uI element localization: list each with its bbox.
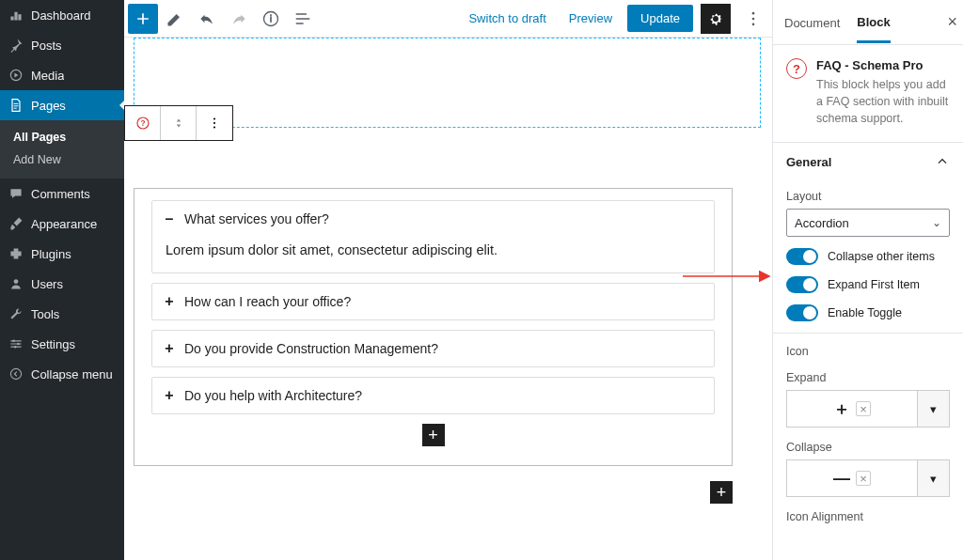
outline-button[interactable]	[288, 4, 318, 34]
block-move-buttons[interactable]	[161, 106, 197, 140]
minus-icon: —	[833, 469, 850, 489]
svg-text:?: ?	[140, 119, 145, 128]
add-faq-item-button[interactable]: +	[422, 424, 445, 446]
svg-point-2	[12, 340, 14, 342]
collapse-icon-label: Collapse	[786, 441, 950, 454]
sidebar-item-plugins[interactable]: Plugins	[0, 239, 124, 269]
sidebar-item-tools[interactable]: Tools	[0, 299, 124, 329]
sidebar-item-dashboard[interactable]: Dashboard	[0, 0, 124, 30]
media-icon	[8, 67, 24, 84]
sidebar-item-media[interactable]: Media	[0, 60, 124, 90]
pin-icon	[8, 37, 24, 54]
sidebar-subitem-add-new[interactable]: Add New	[0, 148, 124, 171]
sidebar-item-posts[interactable]: Posts	[0, 30, 124, 60]
faq-item[interactable]: + Do you help with Architecture?	[151, 377, 715, 414]
svg-point-7	[752, 11, 755, 14]
tab-document[interactable]: Document	[784, 3, 840, 41]
layout-select[interactable]: Accordion ⌄	[786, 209, 950, 237]
faq-question-row[interactable]: – What services you offer?	[152, 201, 714, 237]
sidebar-label: Appearance	[31, 217, 97, 231]
more-options-button[interactable]	[738, 4, 768, 34]
settings-tabs: Document Block ×	[773, 0, 963, 45]
sidebar-item-settings[interactable]: Settings	[0, 329, 124, 359]
editor-topbar: Switch to draft Preview Update	[124, 0, 772, 38]
redo-button[interactable]	[224, 4, 254, 34]
svg-point-14	[213, 126, 215, 128]
block-title: FAQ - Schema Pro	[816, 58, 950, 72]
minus-icon: –	[164, 210, 175, 227]
svg-point-3	[17, 343, 19, 345]
expand-icon-dropdown[interactable]: ▾	[918, 390, 950, 428]
sidebar-label: Posts	[31, 39, 62, 53]
sidebar-item-comments[interactable]: Comments	[0, 179, 124, 209]
sidebar-item-pages[interactable]: Pages	[0, 90, 124, 120]
faq-answer-text[interactable]: Lorem ipsum dolor sit amet, consectetur …	[152, 237, 714, 272]
tab-block[interactable]: Block	[857, 2, 890, 43]
plus-icon: +	[164, 293, 175, 310]
expand-icon-label: Expand	[786, 371, 950, 384]
add-block-below-button[interactable]: +	[710, 481, 733, 504]
sidebar-label: Media	[31, 69, 64, 83]
brush-icon	[8, 215, 24, 232]
icon-section-label: Icon	[786, 345, 950, 358]
faq-item[interactable]: – What services you offer? Lorem ipsum d…	[151, 200, 715, 273]
preview-button[interactable]: Preview	[561, 6, 620, 31]
toggle-enable-toggle[interactable]	[786, 304, 818, 321]
sidebar-item-collapse[interactable]: Collapse menu	[0, 359, 124, 389]
toggle-expand-first[interactable]	[786, 276, 818, 293]
sidebar-item-users[interactable]: Users	[0, 269, 124, 299]
plugin-icon	[8, 245, 24, 262]
block-toolbar: ?	[124, 105, 233, 141]
panel-section-general[interactable]: General	[773, 142, 963, 180]
settings-toggle-button[interactable]	[701, 4, 731, 34]
block-type-button[interactable]: ?	[125, 106, 161, 140]
block-help-text: This block helps you add a FAQ section w…	[816, 76, 950, 127]
toggle-collapse-other[interactable]	[786, 248, 818, 265]
svg-point-1	[14, 279, 19, 284]
settings-scroll[interactable]: ? FAQ - Schema Pro This block helps you …	[773, 45, 963, 560]
edit-mode-button[interactable]	[160, 4, 190, 34]
editor-column: Switch to draft Preview Update ? –	[124, 0, 773, 560]
expand-icon-picker[interactable]: ＋ ×	[786, 390, 918, 428]
block-more-button[interactable]	[197, 106, 232, 140]
switch-to-draft-button[interactable]: Switch to draft	[461, 6, 553, 31]
caret-down-icon: ▾	[930, 472, 937, 486]
undo-button[interactable]	[192, 4, 222, 34]
info-button[interactable]	[256, 4, 286, 34]
update-button[interactable]: Update	[627, 5, 693, 32]
sidebar-label: Settings	[31, 337, 75, 351]
faq-question-text: Do you provide Construction Management?	[184, 341, 438, 356]
icon-align-label: Icon Alignment	[786, 510, 950, 523]
sidebar-label: Comments	[31, 187, 90, 201]
faq-question-row[interactable]: + Do you provide Construction Management…	[152, 331, 714, 366]
close-settings-button[interactable]: ×	[947, 12, 957, 32]
plus-icon: +	[164, 387, 175, 404]
faq-item[interactable]: + Do you provide Construction Management…	[151, 330, 715, 367]
layout-select-value: Accordion	[795, 216, 849, 230]
remove-icon-button[interactable]: ×	[856, 471, 871, 486]
faq-question-text: What services you offer?	[184, 211, 329, 226]
chevron-up-icon	[935, 154, 950, 169]
sidebar-subitem-all-pages[interactable]: All Pages	[0, 126, 124, 148]
layout-label: Layout	[786, 190, 950, 203]
faq-block[interactable]: – What services you offer? Lorem ipsum d…	[134, 188, 733, 466]
svg-point-13	[213, 122, 215, 124]
sidebar-label: Collapse menu	[31, 367, 113, 381]
faq-question-row[interactable]: + How can I reach your office?	[152, 284, 714, 319]
plus-icon: ＋	[833, 397, 850, 420]
add-block-button[interactable]	[128, 4, 158, 34]
plus-icon: +	[164, 340, 175, 357]
collapse-icon-picker[interactable]: — ×	[786, 459, 918, 497]
editor-canvas-scroll[interactable]: ? – What services you offer? Lorem ipsum…	[124, 38, 772, 560]
faq-item[interactable]: + How can I reach your office?	[151, 283, 715, 320]
sidebar-item-appearance[interactable]: Appearance	[0, 209, 124, 239]
collapse-icon-dropdown[interactable]: ▾	[918, 459, 950, 497]
tools-icon	[8, 305, 24, 322]
sidebar-label: Plugins	[31, 247, 71, 261]
sidebar-label: Users	[31, 277, 63, 291]
faq-question-row[interactable]: + Do you help with Architecture?	[152, 378, 714, 413]
faq-question-text: How can I reach your office?	[184, 294, 351, 309]
remove-icon-button[interactable]: ×	[856, 401, 871, 416]
sidebar-label: Pages	[31, 99, 66, 113]
comments-icon	[8, 185, 24, 202]
